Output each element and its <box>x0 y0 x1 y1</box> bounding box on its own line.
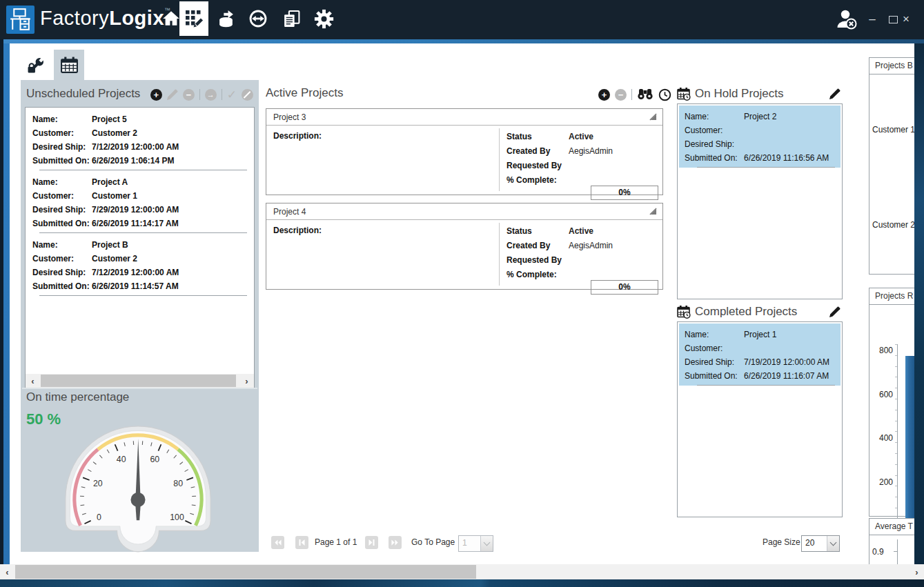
history-icon[interactable] <box>658 88 671 101</box>
list-separator <box>697 385 835 386</box>
factorylogix-window: FactoryLogix™ <box>0 0 924 587</box>
on-time-gauge: 020406080100 <box>58 424 218 554</box>
svg-text:80: 80 <box>173 479 183 488</box>
percent-complete-field[interactable]: 0% <box>591 280 658 295</box>
list-item[interactable]: Name:Project A Customer:Customer 1 Desir… <box>26 170 254 230</box>
goto-page-select[interactable]: 1 <box>458 535 493 552</box>
projects-by-customer-title: Projects B <box>869 58 914 74</box>
svg-text:20: 20 <box>93 479 103 488</box>
description-label: Description: <box>273 131 322 141</box>
cancel-icon[interactable] <box>242 89 253 101</box>
last-page-button[interactable] <box>389 536 402 549</box>
average-time-panel: Average T 0.9 <box>869 518 914 564</box>
brand-title: FactoryLogix™ <box>40 7 171 30</box>
list-horizontal-scrollbar[interactable]: ‹ › <box>26 374 254 388</box>
scroll-thumb[interactable] <box>41 375 236 387</box>
chevron-down-icon[interactable] <box>827 536 839 551</box>
page-indicator: Page 1 of 1 <box>315 536 357 549</box>
nav-production-icon[interactable] <box>212 1 241 36</box>
list-item-selected[interactable]: Name:Project 1 Customer: Desired Ship:7/… <box>679 324 841 386</box>
legend-label: Customer 2 <box>872 220 914 230</box>
scroll-thumb[interactable] <box>15 565 476 579</box>
list-item[interactable]: Name:Project B Customer:Customer 2 Desir… <box>26 233 254 293</box>
expand-icon[interactable] <box>649 113 657 121</box>
scroll-right-arrow[interactable]: › <box>239 374 254 388</box>
close-button[interactable]: × <box>897 11 915 28</box>
list-item-selected[interactable]: Name:Project 2 Customer: Desired Ship: S… <box>679 106 841 168</box>
chevron-down-icon[interactable] <box>480 536 493 551</box>
y-tick: 0.9 <box>872 547 884 557</box>
legend-label: Customer 1 <box>872 125 914 135</box>
unscheduled-projects-list: Name:Project 5 Customer:Customer 2 Desir… <box>25 107 255 388</box>
edit-completed-icon[interactable] <box>829 306 841 317</box>
on-hold-list: Name:Project 2 Customer: Desired Ship: S… <box>677 103 843 299</box>
minimize-button[interactable]: – <box>863 11 881 28</box>
first-page-button[interactable] <box>271 536 284 549</box>
project-card-header: Project 3 <box>266 109 662 126</box>
next-page-button[interactable] <box>365 536 378 549</box>
y-tick: 200 <box>869 477 893 487</box>
list-separator <box>39 295 247 296</box>
nav-distribution-icon[interactable] <box>244 1 273 36</box>
previous-page-button[interactable] <box>295 536 308 549</box>
completed-header: Completed Projects <box>677 305 797 319</box>
factorylogix-logo-icon <box>6 6 35 34</box>
project-card: Project 4 Description: StatusActive Crea… <box>266 203 663 290</box>
window-frame-bottom <box>0 579 924 587</box>
bar-projects <box>905 356 914 530</box>
add-icon[interactable]: + <box>598 89 610 101</box>
remove-icon[interactable]: − <box>615 89 627 101</box>
panel-divider <box>22 388 257 389</box>
edit-on-hold-icon[interactable] <box>829 88 841 99</box>
tab-scheduling[interactable] <box>54 50 84 80</box>
add-icon[interactable]: + <box>150 89 162 101</box>
nav-documents-icon[interactable] <box>277 1 306 36</box>
edit-icon[interactable] <box>167 89 178 100</box>
on-time-title: On time percentage <box>26 390 129 404</box>
nav-settings-icon[interactable] <box>309 1 338 36</box>
percent-complete-field[interactable]: 0% <box>591 186 658 200</box>
user-logout-icon[interactable] <box>835 8 858 30</box>
card-divider <box>499 128 500 191</box>
page-size-select[interactable]: 20 <box>801 535 840 552</box>
y-tick: 400 <box>869 433 893 443</box>
find-icon[interactable] <box>637 88 653 101</box>
scroll-left-arrow[interactable]: ‹ <box>0 564 14 579</box>
y-tick: 600 <box>869 390 893 399</box>
list-item[interactable]: Name:Project 5 Customer:Customer 2 Desir… <box>26 108 254 168</box>
tab-configuration[interactable] <box>21 50 51 80</box>
page-size-label: Page Size <box>763 536 800 549</box>
side-dashboards-clipped: Projects B Customer 1 Customer 2 Project… <box>869 43 914 564</box>
toolbar-separator <box>631 89 632 100</box>
on-hold-title: On Hold Projects <box>695 87 784 101</box>
projects-by-customer-panel: Projects B Customer 1 Customer 2 <box>869 57 914 275</box>
expand-icon[interactable] <box>649 208 657 215</box>
window-horizontal-scrollbar[interactable]: ‹ › <box>0 564 924 579</box>
title-bar: FactoryLogix™ <box>0 0 924 39</box>
project-card: Project 3 Description: StatusActive Crea… <box>266 108 663 195</box>
active-projects-title: Active Projects <box>266 86 343 100</box>
y-axis-tick <box>894 551 897 552</box>
svg-text:40: 40 <box>117 455 126 464</box>
unscheduled-projects-title: Unscheduled Projects <box>26 87 140 101</box>
y-axis <box>897 344 898 530</box>
svg-text:60: 60 <box>150 455 160 464</box>
window-frame-right <box>914 43 924 564</box>
scroll-right-arrow[interactable]: › <box>910 564 924 579</box>
svg-text:100: 100 <box>170 513 184 522</box>
project-card-header: Project 4 <box>266 203 662 220</box>
remove-icon[interactable]: − <box>183 89 195 101</box>
nav-planning-icon[interactable] <box>179 1 208 36</box>
y-axis <box>897 539 898 564</box>
scroll-left-arrow[interactable]: ‹ <box>26 374 40 388</box>
goto-page-label: Go To Page <box>411 536 455 549</box>
on-time-value: 50 % <box>26 410 61 428</box>
accept-icon[interactable]: ✓ <box>227 88 237 101</box>
projects-remaining-title: Projects R <box>869 288 914 305</box>
status-value: Active <box>569 224 593 239</box>
project-card-body: Description: StatusActive Created ByAegi… <box>266 220 662 288</box>
calendar-clock-icon <box>677 87 691 101</box>
toolbar-separator <box>222 89 222 100</box>
move-right-icon[interactable]: → <box>205 89 217 101</box>
y-tick: 800 <box>869 346 893 355</box>
